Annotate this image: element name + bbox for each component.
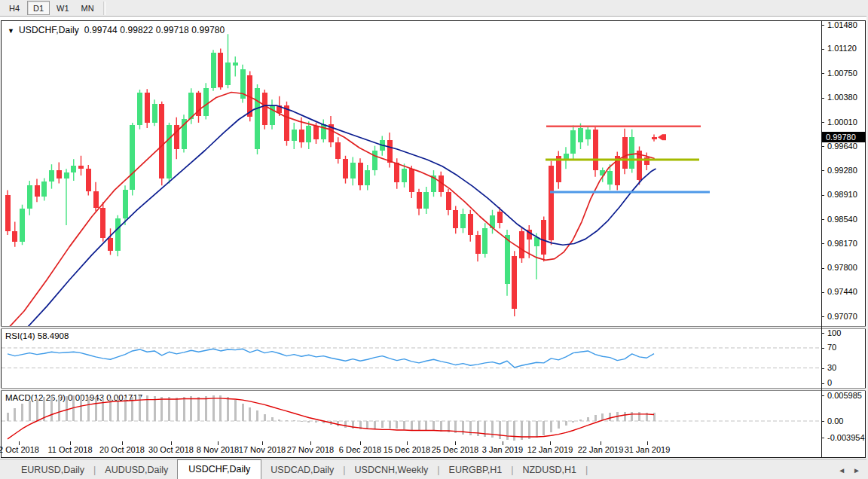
- price-axis-tick: [821, 73, 824, 74]
- macd-axis-tick: [821, 395, 824, 396]
- rsi-axis-tick: [821, 348, 824, 349]
- price-axis-label: 0.97800: [827, 264, 857, 272]
- price-axis-tick: [821, 219, 824, 220]
- price-axis-label: 0.98170: [827, 240, 857, 248]
- date-axis-label: 6 Dec 2018: [339, 445, 381, 454]
- tab-scroll-right-button[interactable]: ►: [853, 466, 860, 474]
- rsi-axis-label: 0: [827, 379, 832, 387]
- price-axis-label: 0.99280: [827, 166, 857, 175]
- tab-scroll-left-button[interactable]: ◄: [838, 466, 845, 474]
- trading-terminal-window: H4D1W1MN ▼USDCHF,Daily 0.99744 0.99822 0…: [0, 0, 868, 479]
- chart-tab-usdcnh-weekly[interactable]: USDCNH,Weekly: [346, 462, 438, 479]
- timeframe-button-w1[interactable]: W1: [51, 1, 75, 15]
- price-chart-pane[interactable]: [2, 21, 821, 326]
- chart-tab-usdchf-daily[interactable]: USDCHF,Daily: [177, 459, 261, 479]
- date-axis-label: 31 Jan 2019: [625, 445, 671, 454]
- rsi-axis-tick: [821, 333, 824, 334]
- current-price-arrow-icon: [658, 134, 666, 140]
- timeframe-button-mn[interactable]: MN: [76, 1, 99, 15]
- chart-tab-eurgbp-h1[interactable]: EURGBP,H1: [440, 462, 512, 479]
- toolbar-separator: [103, 2, 105, 15]
- price-axis-tick: [821, 122, 824, 123]
- price-axis-label: 0.98540: [827, 215, 857, 224]
- date-axis-label: 17 Nov 2018: [239, 445, 286, 454]
- timeframe-toolbar: H4D1W1MN: [0, 0, 868, 17]
- date-axis-label: 11 Oct 2018: [47, 445, 92, 454]
- timeframe-button-d1[interactable]: D1: [27, 1, 50, 15]
- rsi-indicator-pane[interactable]: [2, 329, 821, 389]
- date-axis-label: 2 Oct 2018: [0, 445, 39, 454]
- timeframe-button-h4[interactable]: H4: [3, 1, 26, 15]
- rsi-axis-label: 100: [827, 329, 841, 337]
- tab-separator: |: [585, 462, 588, 479]
- price-axis-label: 0.97070: [827, 313, 857, 321]
- price-axis-divider: [821, 20, 822, 458]
- macd-indicator-pane[interactable]: [2, 391, 821, 441]
- chart-tab-usdcad-daily[interactable]: USDCAD,Daily: [261, 462, 343, 479]
- chart-tab-nzdusd-h1[interactable]: NZDUSD,H1: [513, 462, 585, 479]
- price-axis-tick: [821, 98, 824, 99]
- macd-axis-tick: [821, 438, 824, 438]
- price-axis-tick: [821, 146, 824, 147]
- price-axis-tick: [821, 49, 824, 50]
- price-axis-label: 1.00380: [827, 93, 857, 102]
- rsi-axis-tick: [821, 368, 824, 369]
- price-axis-label: 0.97440: [827, 288, 857, 296]
- price-axis-label: 0.99640: [827, 142, 857, 151]
- date-axis-label: 8 Nov 2018: [197, 445, 239, 454]
- date-axis-label: 3 Jan 2019: [482, 445, 523, 454]
- price-axis-tick: [821, 170, 824, 171]
- price-axis-tick: [821, 268, 824, 269]
- chart-tab-audusd-daily[interactable]: AUDUSD,Daily: [96, 462, 177, 479]
- price-axis-label: 0.98910: [827, 191, 857, 199]
- chart-tab-bar: EURUSD,Daily|AUDUSD,DailyUSDCHF,DailyUSD…: [0, 459, 868, 479]
- price-axis-tick: [821, 292, 824, 293]
- price-axis-label: 1.01480: [827, 21, 857, 29]
- macd-axis-label: 0.005985: [827, 392, 862, 400]
- macd-axis-label: 0.00: [827, 417, 843, 426]
- date-axis-label: 12 Jan 2019: [527, 445, 573, 454]
- date-axis-label: 27 Nov 2018: [287, 445, 334, 454]
- price-axis-tick: [821, 195, 824, 196]
- date-axis-label: 25 Dec 2018: [432, 445, 478, 454]
- macd-axis-tick: [821, 421, 824, 422]
- date-axis-label: 15 Dec 2018: [384, 445, 430, 454]
- rsi-axis-tick: [821, 383, 824, 384]
- date-axis-label: 30 Oct 2018: [148, 445, 194, 454]
- current-price-badge: 0.99780: [822, 132, 866, 142]
- rsi-axis-label: 70: [827, 343, 836, 352]
- price-axis-label: 1.01120: [827, 44, 857, 53]
- rsi-axis-label: 30: [827, 364, 836, 372]
- price-axis-tick: [821, 25, 824, 26]
- price-axis-tick: [821, 243, 824, 244]
- date-axis-label: 22 Jan 2019: [578, 445, 624, 454]
- price-axis-tick: [821, 316, 824, 317]
- chart-tab-eurusd-daily[interactable]: EURUSD,Daily: [12, 462, 93, 479]
- macd-axis-label: -0.003954: [827, 434, 865, 442]
- date-axis-label: 20 Oct 2018: [99, 445, 145, 454]
- price-axis-label: 1.00010: [827, 118, 857, 127]
- price-axis-label: 1.00750: [827, 69, 857, 78]
